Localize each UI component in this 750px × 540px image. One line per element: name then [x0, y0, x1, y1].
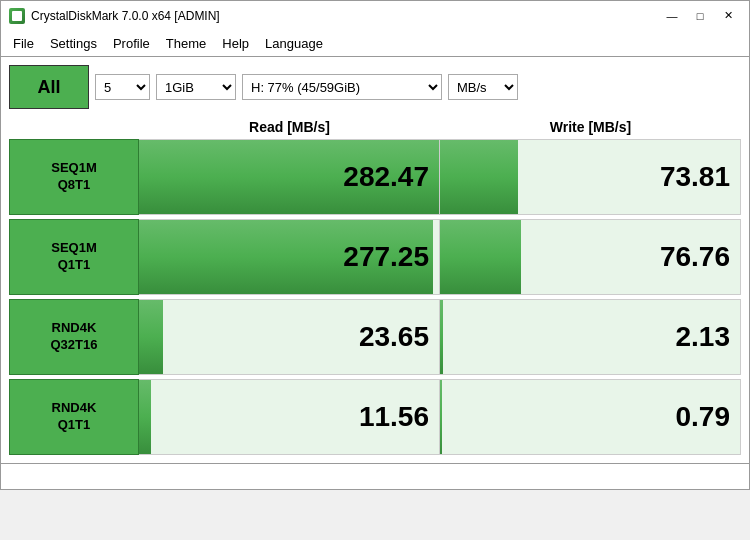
row-label-seq1m-q1t1: SEQ1M Q1T1 [9, 219, 139, 295]
row-label-rnd4k-q32t16: RND4K Q32T16 [9, 299, 139, 375]
menu-bar: File Settings Profile Theme Help Languag… [0, 30, 750, 56]
row-label-line1: RND4K [52, 320, 97, 337]
read-header: Read [MB/s] [139, 117, 440, 137]
write-value-rnd4k-q1t1: 0.79 [440, 401, 740, 433]
window-title: CrystalDiskMark 7.0.0 x64 [ADMIN] [31, 9, 220, 23]
table-row: RND4K Q32T16 23.65 2.13 [9, 299, 741, 375]
restore-button[interactable]: □ [687, 6, 713, 26]
all-button[interactable]: All [9, 65, 89, 109]
read-value-seq1m-q8t1: 282.47 [139, 161, 439, 193]
unit-select[interactable]: MB/s [448, 74, 518, 100]
table-row: SEQ1M Q8T1 282.47 73.81 [9, 139, 741, 215]
row-label-line2: Q32T16 [51, 337, 98, 354]
row-label-seq1m-q8t1: SEQ1M Q8T1 [9, 139, 139, 215]
row-label-rnd4k-q1t1: RND4K Q1T1 [9, 379, 139, 455]
read-value-rnd4k-q1t1: 11.56 [139, 401, 439, 433]
menu-language[interactable]: Language [257, 33, 331, 54]
row-label-line2: Q8T1 [58, 177, 91, 194]
menu-profile[interactable]: Profile [105, 33, 158, 54]
row-label-line1: SEQ1M [51, 160, 97, 177]
write-bar-rnd4k-q1t1: 0.79 [440, 379, 741, 455]
row-label-line2: Q1T1 [58, 257, 91, 274]
data-rows: SEQ1M Q8T1 282.47 73.81 SEQ1M Q1T1 277.2… [9, 139, 741, 455]
column-headers: Read [MB/s] Write [MB/s] [9, 117, 741, 137]
row-label-line2: Q1T1 [58, 417, 91, 434]
menu-help[interactable]: Help [214, 33, 257, 54]
title-bar: CrystalDiskMark 7.0.0 x64 [ADMIN] — □ ✕ [0, 0, 750, 30]
write-value-seq1m-q1t1: 76.76 [440, 241, 740, 273]
write-value-seq1m-q8t1: 73.81 [440, 161, 740, 193]
row-label-line1: RND4K [52, 400, 97, 417]
read-bar-rnd4k-q1t1: 11.56 [139, 379, 440, 455]
app-icon-inner [12, 11, 22, 21]
size-select[interactable]: 1GiB [156, 74, 236, 100]
table-row: RND4K Q1T1 11.56 0.79 [9, 379, 741, 455]
row-label-line1: SEQ1M [51, 240, 97, 257]
menu-file[interactable]: File [5, 33, 42, 54]
read-bar-seq1m-q1t1: 277.25 [139, 219, 440, 295]
menu-settings[interactable]: Settings [42, 33, 105, 54]
write-bar-seq1m-q8t1: 73.81 [440, 139, 741, 215]
write-value-rnd4k-q32t16: 2.13 [440, 321, 740, 353]
read-value-rnd4k-q32t16: 23.65 [139, 321, 439, 353]
menu-theme[interactable]: Theme [158, 33, 214, 54]
drive-select[interactable]: H: 77% (45/59GiB) [242, 74, 442, 100]
read-bar-seq1m-q8t1: 282.47 [139, 139, 440, 215]
main-content: All 5 1GiB H: 77% (45/59GiB) MB/s Read [… [0, 56, 750, 464]
read-bar-rnd4k-q32t16: 23.65 [139, 299, 440, 375]
close-button[interactable]: ✕ [715, 6, 741, 26]
write-bar-rnd4k-q32t16: 2.13 [440, 299, 741, 375]
controls-row: All 5 1GiB H: 77% (45/59GiB) MB/s [9, 65, 741, 109]
read-value-seq1m-q1t1: 277.25 [139, 241, 439, 273]
status-bar [0, 464, 750, 490]
window-controls: — □ ✕ [659, 6, 741, 26]
write-bar-seq1m-q1t1: 76.76 [440, 219, 741, 295]
write-header: Write [MB/s] [440, 117, 741, 137]
minimize-button[interactable]: — [659, 6, 685, 26]
app-icon [9, 8, 25, 24]
table-row: SEQ1M Q1T1 277.25 76.76 [9, 219, 741, 295]
count-select[interactable]: 5 [95, 74, 150, 100]
title-bar-left: CrystalDiskMark 7.0.0 x64 [ADMIN] [9, 8, 220, 24]
